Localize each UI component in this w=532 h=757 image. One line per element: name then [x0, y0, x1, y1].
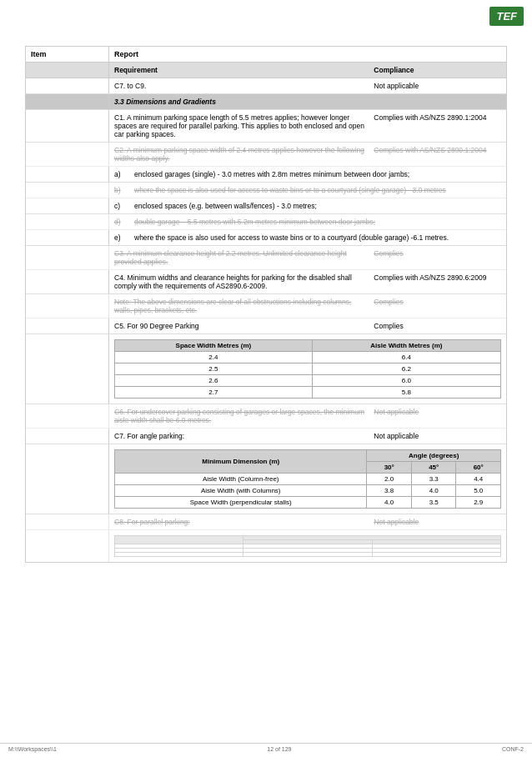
c5-row: C5. For 90 Degree Parking Complies — [26, 318, 506, 334]
item-cell — [26, 78, 109, 93]
c2-item — [26, 143, 109, 166]
c7-table-content: Minimum Dimension (m) Angle (degrees) 30… — [109, 444, 506, 514]
empty-cell — [26, 63, 109, 78]
c7-tr-1: Aisle Width (Column-free) 2.0 3.3 4.4 — [115, 474, 501, 485]
content-cell: C7. to C9. Not applicable — [109, 78, 506, 93]
table-header: Item Report — [25, 46, 507, 63]
requirement-text: C7. to C9. — [114, 82, 374, 90]
c2a-label: a) — [114, 170, 131, 178]
c8-table-row — [26, 530, 506, 562]
c2-req: C2. A minimum parking space width of 2.4… — [114, 146, 374, 163]
c3-comp: Complies — [374, 249, 501, 266]
c4b-comp: Complies — [374, 298, 501, 314]
c5-label: C5. For 90 Degree Parking — [114, 322, 374, 330]
c2c-row: c) enclosed spaces (e.g. between walls/f… — [26, 198, 506, 214]
c5-tr-1: 2.4 6.4 — [115, 352, 501, 363]
c2a-content: a) enclosed garages (single) - 3.0 metre… — [109, 167, 506, 182]
c6-req: C6. For undercover parking consisting of… — [114, 408, 374, 424]
c5-td-space-2: 2.5 — [115, 363, 313, 375]
c7-td-3-3: 2.9 — [456, 497, 501, 509]
c5-td-aisle-4: 5.8 — [312, 387, 500, 399]
c3-item — [26, 246, 109, 269]
c7-td-2-1: 3.8 — [367, 485, 412, 497]
c5-tr-4: 2.7 5.8 — [115, 387, 501, 399]
c2c-content: c) enclosed spaces (e.g. between walls/f… — [109, 198, 506, 213]
c2b-text: where the space is also used for access … — [134, 186, 446, 194]
c4-row: C4. Minimum widths and clearance heights… — [26, 270, 506, 294]
c7-label: C7. For angle parking: — [114, 432, 374, 440]
c8-td-3-1 — [243, 553, 372, 557]
c1-content: C1. A minimum parking space length of 5.… — [109, 110, 506, 142]
c6-comp: Not applicable — [374, 408, 501, 424]
c2d-label: d) — [114, 218, 131, 226]
report-col-header: Report — [109, 47, 506, 62]
c5-th-aisle: Aisle Width Metres (m) — [312, 340, 500, 352]
c5-table-content: Space Width Metres (m) Aisle Width Metre… — [109, 334, 506, 404]
c8-table-content — [109, 530, 506, 562]
c7-table-row: Minimum Dimension (m) Angle (degrees) 30… — [26, 444, 506, 514]
c7-td-3-1: 4.0 — [367, 497, 412, 509]
footer-center: 12 of 129 — [267, 746, 291, 752]
c7-th-45: 45° — [411, 462, 456, 474]
c7-content: C7. For angle parking: Not applicable — [109, 429, 506, 444]
c6-item — [26, 404, 109, 428]
c2-row: C2. A minimum parking space width of 2.4… — [26, 143, 506, 167]
c8-inner-table — [114, 535, 501, 557]
c4b-content: Note: The above dimensions are clear of … — [109, 294, 506, 318]
c2e-row: e) where the space is also used for acce… — [26, 230, 506, 246]
c7-td-3-2: 3.5 — [411, 497, 456, 509]
c4b-req: Note: The above dimensions are clear of … — [114, 298, 374, 314]
c5-td-space-4: 2.7 — [115, 387, 313, 399]
c4-comp: Complies with AS/NZS 2890.6:2009 — [374, 273, 501, 290]
c5-inner-table: Space Width Metres (m) Aisle Width Metre… — [114, 339, 501, 399]
c2c-label: c) — [114, 202, 131, 210]
c2a-row: a) enclosed garages (single) - 3.0 metre… — [26, 167, 506, 183]
c8-item — [26, 514, 109, 529]
c3-req: C3. A minimum clearance height of 2.2 me… — [114, 249, 374, 266]
c5-td-aisle-2: 6.2 — [312, 363, 500, 375]
c2e-item — [26, 230, 109, 245]
c8-row: C8. For parallel parking: Not applicable — [26, 514, 506, 530]
c2d-row: d) double garage – 5.5 metres with 5.2m … — [26, 214, 506, 230]
c2c-text: enclosed spaces (e.g. between walls/fenc… — [134, 202, 317, 210]
section-title: 3.3 Dimensions and Gradients — [109, 94, 506, 109]
c7-th-30: 30° — [367, 462, 412, 474]
section-item-cell — [26, 94, 109, 109]
c7-th-dim: Minimum Dimension (m) — [115, 450, 367, 474]
c7-th-angle: Angle (degrees) — [367, 450, 501, 462]
page-footer: M:\\Workspaces\\1 12 of 129 CONF-2 — [0, 743, 532, 752]
main-table: Requirement Compliance C7. to C9. Not ap… — [25, 63, 507, 563]
section-header-row: 3.3 Dimensions and Gradients — [26, 94, 506, 110]
c3-row: C3. A minimum clearance height of 2.2 me… — [26, 246, 506, 270]
c2b-row: b) where the space is also used for acce… — [26, 183, 506, 198]
c2e-label: e) — [114, 233, 131, 242]
c3-content: C3. A minimum clearance height of 2.2 me… — [109, 246, 506, 269]
c2d-item — [26, 214, 109, 229]
c7-td-1-3: 4.4 — [456, 474, 501, 485]
c4-req: C4. Minimum widths and clearance heights… — [114, 273, 374, 290]
c7-item — [26, 429, 109, 444]
c2e-content: e) where the space is also used for acce… — [109, 230, 506, 245]
c8-table-item — [26, 530, 109, 562]
c4-item — [26, 270, 109, 293]
c8-label: C8. For parallel parking: — [114, 518, 374, 526]
c5-td-aisle-1: 6.4 — [312, 352, 500, 363]
c8-td-3-0 — [115, 553, 243, 557]
c4-content: C4. Minimum widths and clearance heights… — [109, 270, 506, 293]
compliance-header: Compliance — [374, 66, 501, 74]
c7-td-2-3: 5.0 — [456, 485, 501, 497]
footer-right: CONF-2 — [502, 746, 524, 752]
c2a-item — [26, 167, 109, 182]
c2b-content: b) where the space is also used for acce… — [109, 183, 506, 198]
c5-comp: Complies — [374, 322, 501, 330]
c5-item — [26, 318, 109, 333]
c7-td-1-2: 3.3 — [411, 474, 456, 485]
c7-td-3-0: Space Width (perpendicular stalls) — [115, 497, 367, 509]
c7-tr-2: Aisle Width (with Columns) 3.8 4.0 5.0 — [115, 485, 501, 497]
logo: TEF — [489, 7, 524, 26]
c2d-text: double garage – 5.5 metres with 5.2m met… — [134, 218, 375, 226]
c7-td-2-0: Aisle Width (with Columns) — [115, 485, 367, 497]
c7-td-1-1: 2.0 — [367, 474, 412, 485]
c5-table-item — [26, 334, 109, 404]
c2b-item — [26, 183, 109, 198]
